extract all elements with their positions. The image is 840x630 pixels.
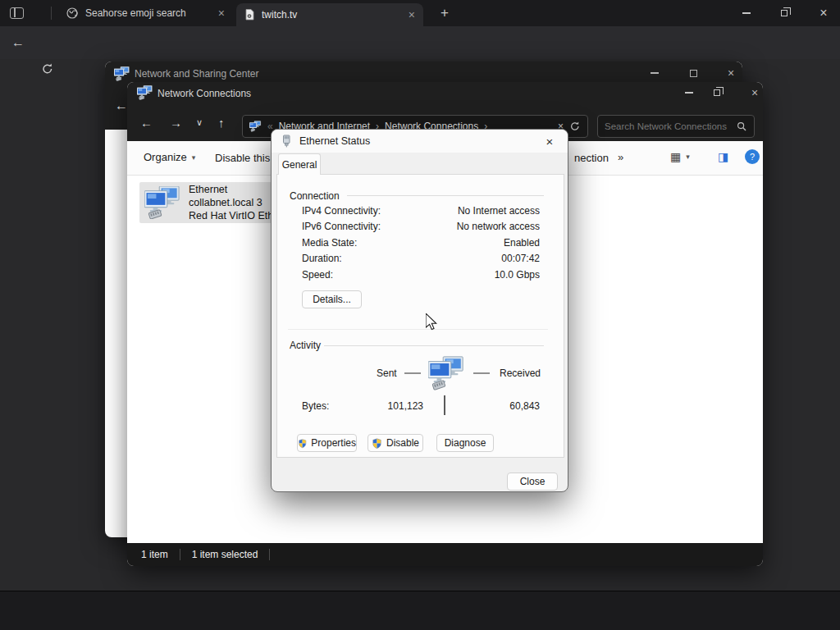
duration-label: Duration:	[302, 253, 342, 264]
dialog-title-bar: Ethernet Status ×	[272, 130, 568, 153]
tab-close-icon[interactable]: ×	[409, 8, 415, 21]
explorer-search-box[interactable]	[597, 115, 755, 138]
sent-label: Sent	[377, 368, 397, 379]
properties-button[interactable]: Properties	[297, 434, 357, 452]
address-refresh-icon[interactable]	[569, 121, 581, 132]
status-divider	[180, 549, 180, 560]
nc-window-title: Network Connections	[158, 88, 251, 99]
media-state-value: Enabled	[409, 237, 540, 249]
bytes-divider	[444, 395, 445, 415]
nav-recent-chevron-icon[interactable]: ∨	[196, 118, 203, 127]
taskbar: ∧ 7:40 PM 11/2/2025	[0, 591, 840, 630]
help-button[interactable]: ?	[745, 149, 760, 164]
nsc-minimize-button[interactable]	[644, 64, 665, 82]
close-button[interactable]: Close	[507, 472, 558, 491]
media-state-label: Media State:	[302, 237, 357, 249]
nc-minimize-button[interactable]	[678, 84, 700, 102]
browser-restore-button[interactable]	[773, 2, 796, 24]
disable-device-button[interactable]: Disable this n	[215, 152, 279, 164]
details-button[interactable]: Details...	[302, 290, 362, 308]
browser-back-icon[interactable]: ←	[11, 36, 25, 49]
organize-menu-button[interactable]: Organize ▾	[144, 151, 195, 163]
tab-general[interactable]: General	[278, 153, 321, 175]
grid-view-icon: ▦	[670, 150, 681, 163]
activity-computers-icon	[428, 356, 466, 390]
browser-minimize-button[interactable]	[735, 2, 758, 24]
connection-group-label: Connection	[290, 190, 340, 202]
duration-value: 00:07:42	[409, 253, 540, 264]
nav-up-icon[interactable]: ↑	[218, 116, 225, 129]
nsc-back-icon[interactable]: ←	[115, 99, 128, 112]
browser-tab-bar: Seahorse emoji search × twitch.tv × + ×	[0, 0, 840, 26]
ethernet-item-device: Red Hat VirtIO Ether	[189, 209, 282, 222]
nc-restore-button[interactable]	[706, 84, 728, 102]
uac-shield-icon	[372, 438, 382, 449]
address-location-icon	[249, 121, 262, 132]
preview-pane-icon[interactable]: ◨	[718, 150, 728, 163]
ipv6-label: IPv6 Connectivity:	[302, 221, 381, 232]
search-magnifier-icon	[737, 121, 747, 132]
ipv6-value: No network access	[409, 221, 540, 232]
browser-refresh-icon[interactable]	[41, 62, 54, 75]
bytes-label: Bytes:	[302, 400, 329, 412]
ethernet-item-text: Ethernet collabnet.local 3 Red Hat VirtI…	[189, 183, 282, 222]
nc-status-bar: 1 item 1 item selected	[127, 543, 763, 566]
diagnose-button[interactable]: Diagnose	[436, 434, 494, 452]
tab-separator	[51, 7, 52, 20]
speed-label: Speed:	[302, 269, 333, 281]
browser-close-button[interactable]: ×	[812, 2, 835, 24]
new-tab-button[interactable]: +	[433, 2, 456, 24]
selected-count: 1 item selected	[192, 549, 258, 560]
speed-value: 10.0 Gbps	[409, 269, 540, 281]
nc-window-icon	[137, 85, 153, 100]
nav-back-icon[interactable]: ←	[140, 116, 153, 129]
sent-dash	[404, 372, 421, 374]
tab-seahorse[interactable]: Seahorse emoji search ×	[59, 0, 231, 26]
nsc-window-title: Network and Sharing Center	[135, 68, 258, 80]
command-overflow-icon[interactable]: »	[618, 151, 623, 163]
received-bytes-value: 60,843	[474, 400, 540, 412]
ethernet-status-dialog: Ethernet Status × General Connection IPv…	[271, 129, 568, 492]
nav-forward-icon[interactable]: →	[170, 116, 182, 129]
ipv4-label: IPv4 Connectivity:	[302, 205, 381, 217]
ethernet-plug-icon	[280, 135, 293, 148]
ethernet-item-network: collabnet.local 3	[189, 196, 282, 209]
tab-close-icon[interactable]: ×	[218, 7, 225, 20]
dialog-title: Ethernet Status	[299, 135, 370, 147]
disable-button[interactable]: Disable	[368, 434, 423, 452]
received-label: Received	[500, 368, 541, 379]
seahorse-tab-favicon	[66, 7, 79, 20]
nsc-close-button[interactable]: ×	[720, 64, 742, 82]
status-divider	[269, 549, 270, 560]
nc-close-button[interactable]: ×	[744, 84, 763, 102]
explorer-search-input[interactable]	[605, 121, 728, 131]
nsc-window-icon	[114, 66, 130, 81]
dialog-close-icon[interactable]: ×	[540, 135, 559, 148]
twitch-tab-favicon	[244, 9, 255, 21]
tab-label: Seahorse emoji search	[85, 7, 212, 19]
sent-bytes-value: 101,123	[358, 400, 423, 412]
ethernet-adapter-icon	[144, 186, 182, 219]
nsc-maximize-button[interactable]	[682, 64, 704, 82]
ethernet-item-name: Ethernet	[189, 183, 282, 196]
connection-group-line	[347, 195, 544, 196]
item-count: 1 item	[141, 549, 168, 560]
change-view-button[interactable]: ▦ ▾	[670, 150, 690, 163]
dropdown-arrow-icon: ▾	[686, 153, 690, 161]
uac-shield-icon	[298, 438, 307, 449]
browser-toolbar: ←	[0, 26, 840, 59]
nc-title-bar: Network Connections ×	[127, 82, 763, 104]
connection-group-bottom-line	[288, 329, 548, 330]
received-dash	[473, 372, 490, 374]
dropdown-arrow-icon: ▾	[192, 153, 196, 162]
tab-label: twitch.tv	[262, 9, 402, 21]
activity-group-line	[324, 345, 544, 346]
activity-group-label: Activity	[290, 340, 321, 351]
tab-actions-icon[interactable]	[10, 7, 24, 19]
ipv4-value: No Internet access	[409, 205, 540, 217]
tab-twitch[interactable]: twitch.tv ×	[236, 3, 423, 26]
connection-command-partial[interactable]: nection	[574, 152, 609, 164]
